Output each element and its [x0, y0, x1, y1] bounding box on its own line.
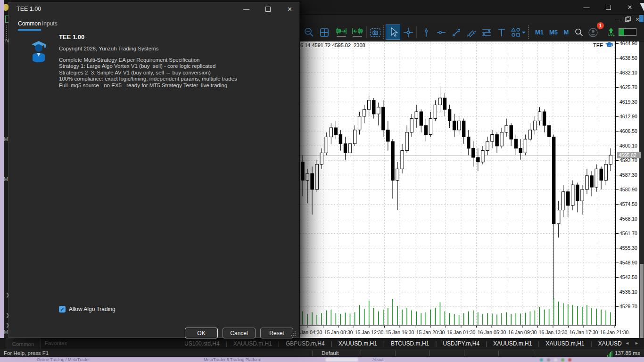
lvl-icon: LVL [608, 28, 615, 37]
price-axis-label: 4619.30 [619, 99, 637, 105]
search-button[interactable] [572, 25, 586, 40]
background-window-text: MetaTrader 5 Trading Platform [204, 357, 261, 362]
market-watch-tab-common[interactable]: Common [6, 338, 41, 349]
chart-minimize-button[interactable]: — [614, 16, 621, 23]
chart-restore-button[interactable] [623, 16, 631, 23]
price-axis-label: 4612.90 [619, 114, 637, 119]
fibonacci-tool[interactable] [479, 25, 494, 40]
timeframe-m-button[interactable]: M [561, 25, 571, 40]
tabs-scroll-left-icon[interactable]: ◄ [625, 341, 629, 346]
allow-algo-trading-row[interactable]: ✓ Allow Algo Trading [59, 306, 116, 313]
screenshot-button[interactable] [368, 25, 382, 40]
tile-windows-button[interactable] [317, 25, 331, 40]
shift-end-button[interactable] [334, 25, 348, 40]
profile-name[interactable]: Default [322, 350, 339, 356]
shift-end-icon [335, 26, 347, 39]
symbol-tab[interactable]: XAUUSD.m,H1 [539, 340, 590, 347]
connection-meter-fill [619, 29, 624, 35]
shift-left-button[interactable] [350, 25, 364, 40]
help-text: For Help, press F1 [4, 350, 49, 356]
price-axis[interactable]: 4644.904638.504632.104625.704619.304612.… [616, 41, 639, 328]
symbol-tab[interactable]: GBPUSD.m,H4 [280, 340, 331, 347]
time-axis-label: 16 Jan 21:30 [594, 329, 634, 335]
tab-inputs[interactable]: Inputs [42, 20, 58, 29]
price-axis-label: 4600.10 [619, 143, 637, 148]
toolbar-dotted-separator [383, 25, 384, 39]
window-minimize-button[interactable]: — [577, 2, 596, 12]
horizontal-line-tool[interactable] [434, 25, 448, 40]
symbol-tab[interactable]: XAUUSD.m,H1 [487, 340, 538, 347]
text-tool[interactable] [495, 25, 509, 40]
statusbar-divider [464, 350, 464, 356]
cursor-icon [386, 25, 400, 39]
symbol-tab[interactable]: BTCUSD.m,H1 [385, 340, 435, 347]
horizontal-line-icon [436, 27, 447, 38]
dialog-close-button[interactable]: ✕ [279, 3, 300, 15]
dialog-resize-grip[interactable] [291, 331, 297, 337]
ok-button[interactable]: OK [185, 328, 218, 338]
shapes-dropdown[interactable] [521, 25, 527, 40]
community-button[interactable]: 1 [586, 25, 600, 40]
statusbar-divider [498, 350, 499, 356]
candlestick-chart[interactable] [300, 41, 616, 328]
maximize-icon [606, 5, 611, 10]
market-watch-letter: M [4, 329, 8, 335]
price-axis-label: 4561.70 [619, 230, 637, 236]
toolbar-drag-handle[interactable] [6, 25, 7, 38]
levels-button[interactable]: LVL [605, 25, 618, 40]
vertical-line-tool[interactable] [419, 25, 433, 40]
checkbox-checked-icon[interactable]: ✓ [59, 306, 66, 313]
toolbar-dotted-separator [528, 25, 529, 39]
cancel-button[interactable]: Cancel [223, 328, 256, 338]
connection-meter[interactable] [619, 28, 636, 36]
graduation-cap-icon [605, 42, 613, 48]
price-axis-label: 4632.10 [619, 70, 637, 75]
price-axis-label: 4542.50 [619, 274, 637, 280]
window-close-button[interactable]: ✕ [620, 2, 639, 12]
statusbar-divider [361, 350, 361, 356]
mt5-app-icon [4, 4, 8, 11]
timeframe-m5-button[interactable]: M5 [547, 25, 560, 40]
symbol-tab[interactable]: XAUUSD.m,H1 [227, 340, 278, 347]
background-window-text: About [372, 357, 384, 362]
description-line: Complete Multi-Strategy EA per Requireme… [59, 57, 237, 63]
taskbar-icon-dot [568, 358, 571, 362]
ea-description: Complete Multi-Strategy EA per Requireme… [59, 57, 237, 89]
docked-chart-icon[interactable] [639, 15, 644, 22]
price-axis-label: 4638.50 [619, 55, 637, 61]
window-maximize-button[interactable] [599, 2, 618, 12]
chevron-down-icon [521, 31, 526, 34]
time-axis[interactable]: 15 Jan 04:3015 Jan 08:3015 Jan 12:3015 J… [300, 328, 639, 338]
zoom-out-button[interactable] [302, 25, 316, 40]
crosshair-tool[interactable] [401, 25, 415, 40]
ea-chart-label: TEE [593, 42, 613, 48]
dialog-minimize-button[interactable]: — [236, 3, 257, 15]
market-watch-tab-favorites[interactable]: Favorites [45, 340, 67, 346]
reset-button[interactable]: Reset [260, 328, 293, 338]
tab-common[interactable]: Common [18, 20, 41, 31]
trendline-tool[interactable] [449, 25, 463, 40]
toolbar-separator [416, 26, 417, 38]
latency-value[interactable]: 137.85 ms [615, 350, 640, 356]
background-window-text: Online Trading / MetaTrader [37, 357, 90, 362]
channel-tool[interactable] [464, 25, 479, 40]
taskbar-icon-dot [554, 358, 557, 362]
vertical-line-icon [421, 27, 432, 38]
symbol-tab[interactable]: XAUUSD.m,H1 [592, 340, 622, 347]
symbol-tab[interactable]: XAUUSD.m,H1 [332, 340, 383, 347]
symbol-tab[interactable]: US100.std,H4 [178, 340, 226, 347]
price-axis-label: 4574.50 [619, 201, 637, 207]
market-watch-tab-label: Common [12, 341, 34, 347]
fibonacci-icon [481, 27, 492, 38]
taskbar-icon-dot [561, 358, 564, 362]
dialog-maximize-button[interactable] [257, 3, 279, 15]
symbol-tab[interactable]: USDJPY.m,H4 [437, 340, 486, 347]
timeframe-m1-button[interactable]: M1 [533, 25, 546, 40]
ea-label-text: TEE [593, 42, 603, 48]
right-scrollbar[interactable] [639, 41, 644, 338]
current-price-tag: 4595.82 [617, 152, 641, 158]
price-axis-label: 4644.90 [619, 41, 637, 46]
scrollbar-thumb[interactable] [640, 264, 644, 338]
cursor-tool-selected[interactable] [386, 25, 400, 40]
tabs-scroll-right-icon[interactable]: ► [635, 341, 639, 346]
